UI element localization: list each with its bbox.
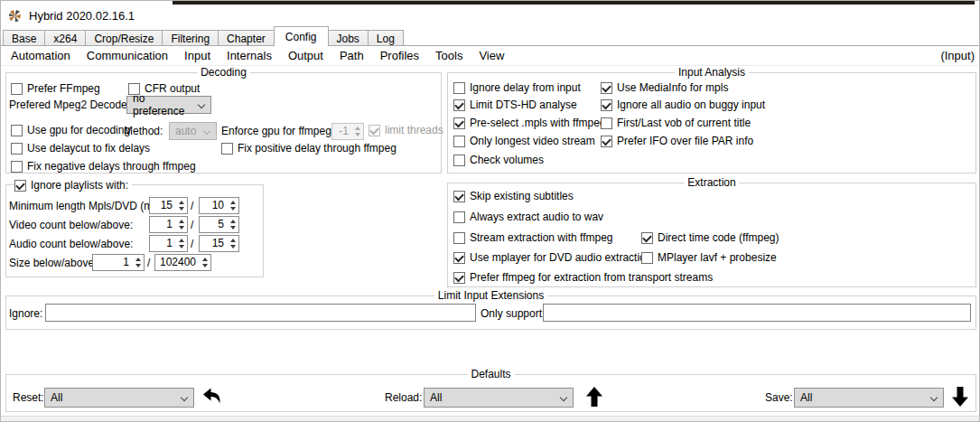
spin-down-icon[interactable] <box>230 226 236 230</box>
menu-item-tools[interactable]: Tools <box>427 49 471 62</box>
min-length-dvd-spinner[interactable]: 10 <box>199 197 239 214</box>
ignore-playlists-checkbox[interactable]: Ignore playlists with: <box>14 179 132 192</box>
menu-item-automation[interactable]: Automation <box>3 49 79 62</box>
use-delaycut-checkbox[interactable]: Use delaycut to fix delays <box>11 142 150 155</box>
fix-negative-delay-checkbox[interactable]: Fix negative delays through ffmpeg <box>11 160 196 173</box>
checkbox-mark-icon <box>369 125 380 136</box>
video-count-above-spinner[interactable]: 5 <box>199 216 239 233</box>
spin-up-icon[interactable] <box>202 258 208 261</box>
save-button[interactable] <box>947 384 973 409</box>
checkbox-mark-icon <box>601 82 612 94</box>
defaults-group: Defaults Reset: All Reload: All Save: Al… <box>5 374 976 412</box>
spin-up-icon[interactable] <box>179 201 184 204</box>
save-select[interactable]: All <box>794 388 944 408</box>
only-longest-video-checkbox[interactable]: Only longest video stream <box>453 135 595 147</box>
ignore-delay-checkbox[interactable]: Ignore delay from input <box>453 81 581 94</box>
prefer-ffmpeg-ts-checkbox[interactable]: Prefer ffmpeg for extraction from transp… <box>453 271 713 284</box>
first-last-vob-checkbox[interactable]: First/Last vob of current title <box>601 117 751 129</box>
menu-item-internals[interactable]: Internals <box>219 49 280 62</box>
checkbox-mark-icon <box>601 117 612 129</box>
only-support-input[interactable] <box>543 304 971 322</box>
prefer-ifo-checkbox[interactable]: Prefer IFO over file PAR info <box>601 135 753 147</box>
ignore-buggy-audio-checkbox[interactable]: Ignore all audio on buggy input <box>601 98 765 111</box>
ignore-extensions-label: Ignore: <box>9 307 42 320</box>
tab-filtering[interactable]: Filtering <box>162 30 219 46</box>
tab-config[interactable]: Config <box>274 26 329 46</box>
spin-down-icon[interactable] <box>135 264 141 267</box>
spin-down-icon[interactable] <box>179 245 184 249</box>
video-count-below-spinner[interactable]: 1 <box>149 216 188 233</box>
checkbox-mark-icon <box>11 83 23 95</box>
status-strip <box>1 416 979 421</box>
limit-threads-checkbox[interactable]: limit threads <box>369 124 443 136</box>
menu-item-view[interactable]: View <box>471 49 512 62</box>
checkbox-mark-icon <box>14 180 26 192</box>
mplayer-dvd-audio-checkbox[interactable]: Use mplayer for DVD audio extraction <box>453 251 651 264</box>
checkbox-mark-icon <box>453 136 465 147</box>
menu-item-profiles[interactable]: Profiles <box>372 49 427 62</box>
spin-up-icon[interactable] <box>230 201 236 204</box>
spin-down-icon[interactable] <box>179 207 184 211</box>
direct-timecode-checkbox[interactable]: Direct time code (ffmpeg) <box>641 231 779 244</box>
checkbox-mark-icon <box>601 99 612 111</box>
extract-wav-checkbox[interactable]: Always extract audio to wav <box>453 211 603 223</box>
reload-select[interactable]: All <box>424 388 574 408</box>
spin-up-icon[interactable] <box>179 220 184 223</box>
context-label: (Input) <box>940 49 975 62</box>
limit-dtshd-checkbox[interactable]: Limit DTS-HD analyse <box>453 98 577 111</box>
mplayer-lavf-probesize-checkbox[interactable]: MPlayer lavf + probesize <box>641 251 777 264</box>
stream-extraction-ffmpeg-checkbox[interactable]: Stream extraction with ffmpeg <box>453 231 613 244</box>
checkbox-mark-icon <box>453 155 465 166</box>
min-length-mpls-spinner[interactable]: 15 <box>149 197 188 214</box>
tab-crop-resize[interactable]: Crop/Resize <box>85 30 163 46</box>
preselect-mpls-checkbox[interactable]: Pre-select .mpls with ffmpeg <box>453 117 606 129</box>
spin-down-icon[interactable] <box>355 133 360 136</box>
reset-select[interactable]: All <box>44 388 194 408</box>
fix-positive-delay-checkbox[interactable]: Fix positive delay through ffmpeg <box>221 142 397 155</box>
checkbox-mark-icon <box>453 117 465 129</box>
spin-up-icon[interactable] <box>230 220 236 223</box>
mpeg2-decoder-select[interactable]: no preference <box>126 96 211 114</box>
tab-base[interactable]: Base <box>3 30 45 46</box>
reset-label: Reset: <box>13 391 44 404</box>
spin-up-icon[interactable] <box>179 239 184 242</box>
spin-down-icon[interactable] <box>202 264 208 267</box>
menu-item-communication[interactable]: Communication <box>79 49 176 62</box>
reset-button[interactable] <box>200 384 225 409</box>
extraction-group: Extraction Skip existing subtitles Alway… <box>447 183 976 287</box>
menu-item-path[interactable]: Path <box>331 49 372 62</box>
enforce-gpu-spinner[interactable]: -1 <box>331 123 364 140</box>
menu-item-output[interactable]: Output <box>280 49 331 62</box>
use-mediainfo-checkbox[interactable]: Use MediaInfo for mpls <box>601 81 728 94</box>
method-select[interactable]: auto <box>169 122 217 140</box>
size-above-spinner[interactable]: 102400 <box>154 254 211 271</box>
audio-count-below-spinner[interactable]: 1 <box>149 235 188 252</box>
ignore-extensions-input[interactable] <box>45 304 476 322</box>
menu-item-input[interactable]: Input <box>176 49 219 62</box>
chevron-down-icon <box>182 395 188 401</box>
size-below-spinner[interactable]: 1 <box>92 254 145 271</box>
use-gpu-checkbox[interactable]: Use gpu for decoding <box>11 124 130 136</box>
spin-up-icon[interactable] <box>230 239 236 242</box>
slash-separator: / <box>147 257 150 269</box>
skip-subtitles-checkbox[interactable]: Skip existing subtitles <box>453 190 574 202</box>
prefer-ffmpeg-checkbox[interactable]: Prefer FFmpeg <box>11 82 100 95</box>
spin-down-icon[interactable] <box>230 245 236 249</box>
audio-count-label: Audio count below/above: <box>9 238 133 250</box>
tab-x264[interactable]: x264 <box>44 30 86 46</box>
tab-chapter[interactable]: Chapter <box>218 30 275 46</box>
check-volumes-checkbox[interactable]: Check volumes <box>453 154 544 166</box>
tab-jobs[interactable]: Jobs <box>328 30 369 46</box>
app-window: Hybrid 2020.02.16.1 Base x264 Crop/Resiz… <box>0 0 980 422</box>
checkbox-mark-icon <box>11 125 23 136</box>
spin-up-icon[interactable] <box>355 127 360 130</box>
tab-log[interactable]: Log <box>368 30 404 46</box>
spin-down-icon[interactable] <box>230 207 236 211</box>
slash-separator: / <box>191 219 193 231</box>
spin-down-icon[interactable] <box>179 226 184 230</box>
audio-count-above-spinner[interactable]: 15 <box>199 235 239 252</box>
reload-button[interactable] <box>582 384 607 409</box>
input-analysis-group-title: Input Analysis <box>675 66 749 79</box>
spin-up-icon[interactable] <box>135 258 141 261</box>
checkbox-mark-icon <box>453 211 465 223</box>
